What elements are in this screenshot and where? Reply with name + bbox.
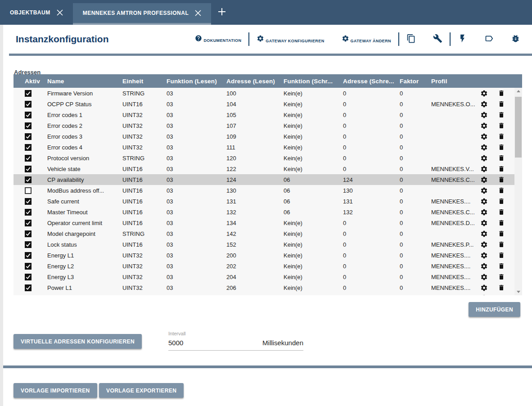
row-delete-button[interactable]	[497, 218, 506, 227]
table-row[interactable]: Energy L1 UINT32 03 200 Kein(e) 0 0 MENN…	[14, 250, 514, 261]
scrollbar-thumb[interactable]	[515, 97, 522, 158]
table-row[interactable]: Lock status UINT16 03 152 Kein(e) 0 0 ME…	[14, 239, 514, 250]
table-row[interactable]: Model chargepoint STRING 03 142 Kein(e) …	[14, 228, 514, 239]
row-delete-button[interactable]	[497, 110, 506, 119]
row-settings-button[interactable]	[479, 272, 488, 281]
table-row[interactable]: Energy L3 UINT32 03 204 Kein(e) 0 0 MENN…	[14, 271, 514, 282]
table-row[interactable]: OCPP CP Status UINT16 03 104 Kein(e) 0 0…	[14, 99, 514, 109]
table-row[interactable]: Error codes 3 UINT32 03 109 Kein(e) 0 0	[14, 131, 514, 142]
row-active-checkbox[interactable]	[25, 241, 32, 248]
table-row[interactable]: Vehicle state UINT16 03 122 Kein(e) 0 0 …	[14, 163, 514, 174]
table-row[interactable]: Power L1 UINT32 03 206 Kein(e) 0 0 MENNE…	[14, 282, 514, 293]
table-row[interactable]: Safe current UINT16 03 131 06 131 0 MENN…	[14, 196, 514, 207]
row-delete-button[interactable]	[497, 175, 506, 184]
row-delete-button[interactable]	[497, 283, 506, 292]
row-settings-button[interactable]	[479, 251, 488, 260]
row-settings-button[interactable]	[479, 229, 488, 238]
copy-button[interactable]	[406, 34, 416, 45]
row-settings-button[interactable]	[479, 240, 488, 249]
row-active-checkbox[interactable]	[25, 166, 32, 172]
add-tab-button[interactable]	[211, 0, 233, 25]
table-row[interactable]: Error codes 2 UINT32 03 107 Kein(e) 0 0	[14, 120, 514, 131]
row-delete-button[interactable]	[497, 251, 506, 260]
row-delete-button[interactable]	[497, 153, 506, 162]
row-delete-button[interactable]	[497, 240, 506, 249]
row-active-checkbox[interactable]	[25, 220, 32, 226]
row-active-checkbox[interactable]	[25, 101, 32, 108]
scrollbar-down-arrow[interactable]	[514, 289, 522, 295]
table-row[interactable]	[14, 293, 514, 295]
row-active-checkbox[interactable]	[25, 209, 32, 216]
vertical-scrollbar[interactable]	[514, 88, 522, 295]
row-settings-button[interactable]	[479, 197, 488, 206]
row-delete-button[interactable]	[497, 132, 506, 141]
row-settings-button[interactable]	[479, 164, 488, 173]
row-active-checkbox[interactable]	[25, 198, 32, 205]
row-settings-button[interactable]	[479, 132, 488, 141]
tab-objektbaum[interactable]: OBJEKTBAUM	[0, 0, 73, 25]
row-delete-button[interactable]	[497, 262, 506, 271]
row-settings-button[interactable]	[479, 293, 488, 295]
export-template-button[interactable]: VORLAGE EXPORTIEREN	[99, 383, 184, 398]
documentation-button[interactable]: DOKUMENTATION	[195, 35, 241, 44]
row-delete-button[interactable]	[497, 293, 506, 295]
table-row[interactable]: Protocol version STRING 03 120 Kein(e) 0…	[14, 153, 514, 163]
configure-virtual-addresses-button[interactable]: VIRTUELLE ADRESSEN KONFIGURIEREN	[14, 334, 142, 349]
row-delete-button[interactable]	[497, 143, 506, 152]
row-settings-button[interactable]	[479, 186, 488, 195]
debug-button[interactable]	[511, 34, 520, 45]
row-delete-button[interactable]	[497, 197, 506, 206]
row-settings-button[interactable]	[479, 262, 488, 271]
close-icon[interactable]	[57, 9, 63, 16]
row-delete-button[interactable]	[497, 186, 506, 195]
row-active-checkbox[interactable]	[25, 274, 32, 280]
row-active-checkbox[interactable]	[25, 112, 32, 118]
import-template-button[interactable]: VORLAGE IMPORTIEREN	[14, 383, 97, 398]
row-settings-button[interactable]	[479, 89, 488, 98]
row-settings-button[interactable]	[479, 110, 488, 119]
tab-mennekes-amtron-professional[interactable]: MENNEKES AMTRON PROFESSIONAL	[73, 3, 212, 25]
row-active-checkbox[interactable]	[25, 230, 32, 237]
flash-button[interactable]	[458, 34, 467, 45]
row-active-checkbox[interactable]	[25, 144, 32, 151]
row-delete-button[interactable]	[497, 208, 506, 217]
scrollbar-up-arrow[interactable]	[514, 88, 522, 95]
table-row[interactable]: Firmware Version STRING 03 100 Kein(e) 0…	[14, 88, 514, 99]
row-delete-button[interactable]	[497, 99, 506, 108]
table-row[interactable]: Operator current limit UINT16 03 134 Kei…	[14, 217, 514, 228]
row-settings-button[interactable]	[479, 175, 488, 184]
row-delete-button[interactable]	[497, 272, 506, 281]
interval-input[interactable]	[168, 339, 222, 347]
row-active-checkbox[interactable]	[25, 252, 32, 259]
table-row[interactable]: Error codes 1 UINT32 03 105 Kein(e) 0 0	[14, 109, 514, 120]
row-active-checkbox[interactable]	[25, 284, 32, 291]
table-row[interactable]: CP availability UINT16 03 124 06 124 0 M…	[14, 174, 514, 185]
row-delete-button[interactable]	[497, 89, 506, 98]
row-delete-button[interactable]	[497, 121, 506, 130]
row-active-checkbox[interactable]	[25, 133, 32, 140]
add-button[interactable]: HINZUFÜGEN	[469, 302, 520, 317]
row-settings-button[interactable]	[479, 121, 488, 130]
row-active-checkbox[interactable]	[25, 90, 32, 97]
row-settings-button[interactable]	[479, 208, 488, 217]
row-active-checkbox[interactable]	[25, 187, 32, 194]
row-settings-button[interactable]	[479, 99, 488, 108]
row-settings-button[interactable]	[479, 218, 488, 227]
table-row[interactable]: Energy L2 UINT32 03 202 Kein(e) 0 0 MENN…	[14, 261, 514, 271]
close-icon[interactable]	[195, 10, 201, 16]
row-settings-button[interactable]	[479, 153, 488, 162]
row-active-checkbox[interactable]	[25, 176, 32, 183]
label-button[interactable]	[484, 34, 494, 45]
table-row[interactable]: Master Timeout UINT16 03 132 06 132 0 ME…	[14, 207, 514, 217]
row-delete-button[interactable]	[497, 164, 506, 173]
gateway-change-button[interactable]: GATEWAY ÄNDERN	[342, 35, 391, 44]
row-settings-button[interactable]	[479, 283, 488, 292]
row-settings-button[interactable]	[479, 143, 488, 152]
row-active-checkbox[interactable]	[25, 155, 32, 162]
row-active-checkbox[interactable]	[25, 122, 32, 129]
row-active-checkbox[interactable]	[25, 263, 32, 270]
tools-button[interactable]	[433, 34, 442, 45]
table-row[interactable]: Error codes 4 UINT32 03 111 Kein(e) 0 0	[14, 142, 514, 153]
table-row[interactable]: ModBus address off... UINT16 03 130 06 1…	[14, 185, 514, 196]
row-delete-button[interactable]	[497, 229, 506, 238]
